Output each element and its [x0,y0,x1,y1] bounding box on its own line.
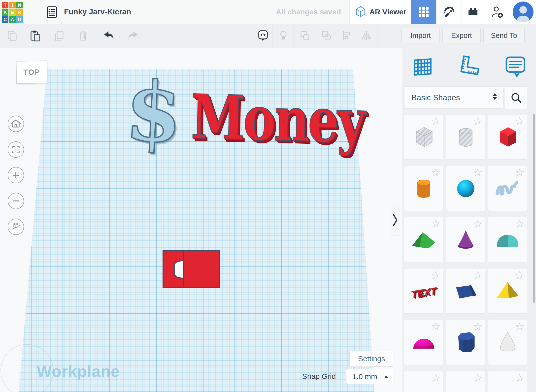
favorite-star-icon[interactable]: ☆ [431,167,441,178]
search-icon [509,91,523,104]
logo-tile-r: R [16,9,23,16]
shape-tile-text[interactable]: ☆ TEXT TEXT [404,269,443,313]
fit-view-icon [9,142,23,157]
shape-tile-box-transparent[interactable]: ☆ [404,115,443,159]
logo-tile-e: E [9,9,16,16]
selector-arrows-icon [493,93,497,100]
logo-tile-a: A [9,16,16,23]
shape-tile-half-sphere[interactable]: ☆ [404,320,443,365]
shape-category-selector[interactable]: Basic Shapes [404,86,503,109]
dollar-sign-object[interactable]: $ [123,70,185,155]
duplicate-button[interactable] [53,30,65,42]
paste-button[interactable] [29,30,41,42]
perspective-cube-icon [9,220,23,234]
delete-button[interactable] [77,30,89,42]
blocks-grid-icon [417,5,430,18]
settings-button[interactable]: Settings [349,351,394,367]
shape-tile-tube[interactable]: ☆ [446,371,485,392]
block-view-button-active[interactable] [411,0,436,24]
red-box-object[interactable] [163,250,220,288]
ruler-tool-button[interactable] [457,53,481,80]
notes-tool-button[interactable] [503,53,527,80]
toolbar-separator [272,24,272,48]
snap-grid-dropdown[interactable]: 1.0 mm [346,369,393,384]
search-shapes-button[interactable] [505,86,527,109]
sidebar-scrollbar[interactable] [533,114,535,303]
account-avatar[interactable] [510,0,536,24]
light-mode-button[interactable] [277,30,289,42]
group-button[interactable] [299,30,311,42]
logo-tile-d: D [16,16,23,23]
home-view-button[interactable] [8,116,24,132]
export-button[interactable]: Export [442,28,481,43]
favorite-star-icon[interactable]: ☆ [473,270,483,281]
mirror-button[interactable] [361,30,372,42]
show-all-button[interactable] [257,30,269,42]
logo-tile-t: T [2,2,8,8]
mirror-flip-icon [361,30,372,42]
favorite-star-icon[interactable]: ☆ [431,116,441,127]
ungroup-button[interactable] [320,30,332,42]
sidebar-collapse-handle[interactable] [390,205,400,235]
3d-viewport[interactable]: TOP [0,48,402,392]
shape-grid: ☆ ☆ ☆ ☆ ☆☆ ☆ ☆ ☆ ☆ TEXT TEXT☆ ☆ ☆☆ ☆ ☆☆ [404,115,527,392]
shape-tile-wedge[interactable]: ☆ [446,269,485,313]
design-title[interactable]: Funky Jarv-Kieran [64,0,131,24]
logo-tile-k: K [2,9,8,16]
view-cube-label: TOP [23,68,40,76]
favorite-star-icon[interactable]: ☆ [515,167,525,178]
shape-tile-roof[interactable]: ☆ [404,217,443,262]
perspective-toggle-button[interactable] [8,219,24,235]
toolbar-separator [336,24,336,48]
shape-tile-scribble[interactable]: ☆ [488,166,527,211]
money-text-object[interactable]: Money [191,86,365,152]
align-button[interactable] [341,30,353,42]
fit-view-button[interactable] [8,141,24,158]
toolbar-separator [294,24,294,48]
toolbar-separator [377,24,377,48]
favorite-star-icon[interactable]: ☆ [431,270,441,281]
favorite-star-icon[interactable]: ☆ [431,218,441,229]
send-to-button[interactable]: Send To [483,28,525,43]
copy-button[interactable] [6,30,18,42]
brick-export-button[interactable] [461,0,485,24]
workplane-tool-button[interactable] [411,53,435,80]
zoom-out-button[interactable] [8,193,24,209]
tinkercad-app: TINKERCAD Funky Jarv-Kieran All changes … [0,0,536,392]
list-icon [45,5,59,19]
favorite-star-icon[interactable]: ☆ [473,218,483,229]
favorite-star-icon[interactable]: ☆ [431,321,441,332]
favorite-star-icon[interactable]: ☆ [473,372,483,383]
favorite-star-icon[interactable]: ☆ [515,218,525,229]
redo-button[interactable] [127,30,139,42]
import-button[interactable]: Import [402,28,440,43]
shape-tile-polygon[interactable]: ☆ [446,320,485,365]
tinkercad-logo[interactable]: TINKERCAD [2,2,23,23]
paste-icon [29,30,41,42]
shape-tile-heart[interactable]: ☆ [488,371,527,392]
invite-people-button[interactable] [485,0,510,24]
shape-tile-cylinder[interactable]: ☆ [404,166,443,211]
favorite-star-icon[interactable]: ☆ [515,372,525,383]
shape-tile-cone[interactable]: ☆ [446,217,485,262]
ar-viewer-button[interactable]: AR Viewer [349,0,411,24]
shape-tile-paraboloid[interactable]: ☆ [488,320,527,365]
shape-tile-torus[interactable]: ☆ [404,371,443,392]
shape-tile-pyramid[interactable]: ☆ [488,269,527,313]
favorite-star-icon[interactable]: ☆ [515,321,525,332]
view-cube-top[interactable]: TOP [16,61,48,84]
favorite-star-icon[interactable]: ☆ [431,372,441,383]
favorite-star-icon[interactable]: ☆ [473,321,483,332]
favorite-star-icon[interactable]: ☆ [515,270,525,281]
zoom-in-button[interactable] [8,167,24,183]
undo-button[interactable] [103,30,115,42]
favorite-star-icon[interactable]: ☆ [473,167,483,178]
shape-tile-round-roof[interactable]: ☆ [488,217,527,262]
properties-button[interactable] [45,5,59,19]
favorite-star-icon[interactable]: ☆ [515,116,525,127]
shape-tile-cylinder-transparent[interactable]: ☆ [446,115,485,159]
minecraft-export-button[interactable] [436,0,461,24]
shape-tile-box[interactable]: ☆ [488,115,527,159]
shape-tile-sphere[interactable]: ☆ [446,166,485,211]
favorite-star-icon[interactable]: ☆ [473,116,483,127]
